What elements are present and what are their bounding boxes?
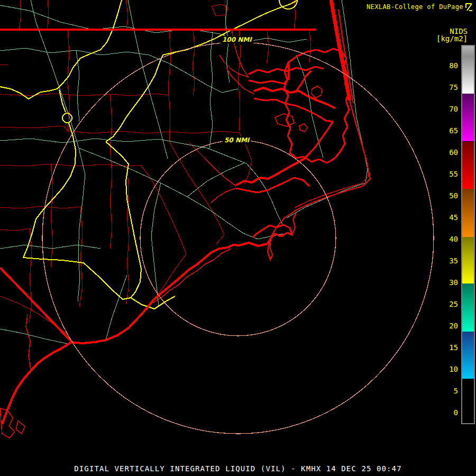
county-boundary-lines — [0, 0, 311, 334]
range-ring-50nmi — [140, 140, 336, 336]
intracoastal-marsh — [153, 249, 231, 303]
scale-tick-15: 15 — [442, 343, 458, 352]
scale-tick-55: 55 — [442, 169, 458, 179]
roanoke-river — [219, 55, 249, 77]
scale-tick-30: 30 — [442, 278, 458, 287]
neuse-river-north — [236, 159, 304, 185]
range-ring-100nmi — [42, 42, 434, 434]
scale-segment-black — [462, 379, 474, 423]
scale-segment-red — [462, 142, 474, 189]
scale-tick-10: 10 — [442, 364, 458, 374]
scale-segment-orange — [462, 189, 474, 237]
units-label: [kg/m2] — [436, 34, 468, 43]
cape-fear-river — [26, 315, 31, 370]
scale-segment-purple — [462, 94, 474, 141]
neuse-river-south — [236, 178, 309, 193]
pamlico-sound-west-shore — [304, 122, 333, 159]
scale-tick-0: 0 — [442, 408, 458, 417]
scale-tick-25: 25 — [442, 299, 458, 309]
vil-color-scale — [461, 45, 475, 424]
source-attribution: NEXLAB-College of DuPage — [367, 3, 463, 11]
product-caption: DIGITAL VERTICALLY INTEGRATED LIQUID (VI… — [0, 464, 476, 473]
range-ring-label-100nmi: 100 NMI — [221, 36, 253, 43]
lake-mattamuskeet — [275, 114, 294, 126]
range-rings — [42, 42, 434, 434]
scale-tick-80: 80 — [442, 61, 458, 70]
scale-segment-blue — [462, 332, 474, 379]
scale-tick-65: 65 — [442, 126, 458, 135]
coastline-and-borders — [0, 0, 370, 438]
cape-lookout — [268, 226, 277, 260]
base-map — [0, 0, 476, 476]
scale-tick-35: 35 — [442, 256, 458, 266]
scale-tick-45: 45 — [442, 213, 458, 222]
range-ring-label-50nmi: 50 NMI — [223, 136, 251, 144]
scale-tick-75: 75 — [442, 83, 458, 92]
scale-tick-60: 60 — [442, 148, 458, 157]
scale-tick-5: 5 — [442, 386, 458, 396]
scale-tick-40: 40 — [442, 234, 458, 244]
college-of-dupage-logo-icon — [465, 3, 473, 12]
scale-segment-gray — [462, 46, 474, 94]
lake-1 — [312, 86, 322, 98]
mainland-coast — [2, 243, 267, 424]
scale-segment-teal — [462, 283, 474, 332]
scale-segment-yellow — [462, 237, 474, 283]
road-lines — [0, 0, 368, 344]
state-border-southwest — [0, 268, 72, 343]
radar-display: 50 NMI 100 NMI NEXLAB-College of DuPage … — [0, 0, 476, 476]
scale-tick-20: 20 — [442, 321, 458, 331]
scale-tick-50: 50 — [442, 191, 458, 200]
lake-2 — [299, 124, 307, 132]
scale-tick-70: 70 — [442, 104, 458, 114]
